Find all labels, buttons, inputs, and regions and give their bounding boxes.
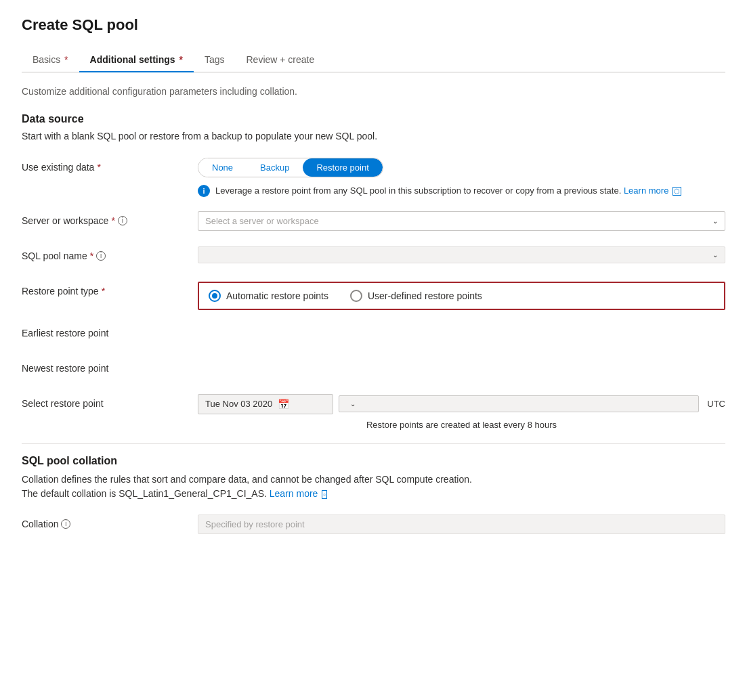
server-workspace-label: Server or workspace * i — [22, 211, 198, 226]
tab-additional-settings[interactable]: Additional settings * — [79, 47, 194, 72]
external-link-icon-2: ▫ — [322, 490, 327, 499]
collation-control: Specified by restore point — [198, 515, 725, 534]
collation-label: Collation i — [22, 515, 198, 529]
calendar-icon: 📅 — [278, 399, 289, 410]
collation-learn-more-link[interactable]: Learn more ▫ — [270, 488, 327, 499]
chevron-down-icon-2: ⌄ — [712, 251, 718, 259]
use-existing-control: None Backup Restore point i Leverage a r… — [198, 158, 725, 198]
select-restore-control: Tue Nov 03 2020 📅 ⌄ UTC Restore points a… — [198, 394, 725, 430]
sql-pool-name-control: ⌄ — [198, 246, 725, 263]
use-existing-data-row: Use existing data * None Backup Restore … — [22, 158, 725, 198]
learn-more-link[interactable]: Learn more ⬡ — [624, 185, 681, 196]
server-workspace-select[interactable]: Select a server or workspace ⌄ — [198, 211, 725, 231]
toggle-restore-point[interactable]: Restore point — [303, 158, 382, 177]
data-source-title: Data source — [22, 113, 725, 125]
toggle-none[interactable]: None — [198, 158, 247, 177]
tab-tags[interactable]: Tags — [194, 47, 236, 72]
newest-restore-label: Newest restore point — [22, 359, 198, 374]
earliest-restore-point-row: Earliest restore point — [22, 324, 725, 345]
radio-user-defined[interactable]: User-defined restore points — [350, 290, 482, 302]
restore-point-type-control: Automatic restore points User-defined re… — [198, 282, 725, 310]
server-workspace-row: Server or workspace * i Select a server … — [22, 211, 725, 233]
page-title: Create SQL pool — [22, 16, 725, 34]
collation-info-icon[interactable]: i — [61, 519, 70, 529]
use-existing-label: Use existing data * — [22, 158, 198, 173]
newest-restore-point-row: Newest restore point — [22, 359, 725, 380]
radio-user-defined-circle — [350, 290, 362, 302]
select-restore-label: Select restore point — [22, 394, 198, 409]
subtitle: Customize additional configuration param… — [22, 86, 725, 97]
server-info-icon[interactable]: i — [118, 216, 127, 225]
time-select[interactable]: ⌄ — [339, 395, 699, 412]
restore-hint: Restore points are created at least ever… — [198, 420, 725, 430]
radio-automatic[interactable]: Automatic restore points — [209, 290, 328, 302]
restore-point-type-label: Restore point type * — [22, 282, 198, 297]
tab-basics[interactable]: Basics * — [22, 47, 79, 72]
restore-info-text: Leverage a restore point from any SQL po… — [215, 184, 681, 198]
collation-desc: Collation defines the rules that sort an… — [22, 473, 725, 501]
chevron-down-icon: ⌄ — [712, 217, 718, 225]
radio-automatic-circle — [209, 290, 221, 302]
toggle-backup[interactable]: Backup — [247, 158, 303, 177]
date-input[interactable]: Tue Nov 03 2020 📅 — [198, 394, 333, 414]
sql-pool-name-select[interactable]: ⌄ — [198, 246, 725, 263]
tab-bar: Basics * Additional settings * Tags Revi… — [22, 47, 725, 72]
data-source-desc: Start with a blank SQL pool or restore f… — [22, 131, 725, 141]
info-icon: i — [198, 185, 210, 197]
restore-point-type-row: Restore point type * Automatic restore p… — [22, 282, 725, 310]
collation-section-title: SQL pool collation — [22, 455, 725, 467]
sql-collation-section: SQL pool collation Collation defines the… — [22, 455, 725, 536]
external-link-icon: ⬡ — [673, 187, 681, 196]
sql-pool-name-row: SQL pool name * i ⌄ — [22, 246, 725, 268]
section-divider — [22, 443, 725, 444]
collation-select[interactable]: Specified by restore point — [198, 515, 725, 534]
data-source-section: Data source Start with a blank SQL pool … — [22, 113, 725, 430]
utc-label: UTC — [707, 399, 725, 409]
toggle-group: None Backup Restore point — [198, 158, 383, 177]
tab-review-create[interactable]: Review + create — [236, 47, 326, 72]
select-restore-point-row: Select restore point Tue Nov 03 2020 📅 ⌄… — [22, 394, 725, 430]
server-workspace-control: Select a server or workspace ⌄ — [198, 211, 725, 231]
restore-point-type-radio-group: Automatic restore points User-defined re… — [198, 282, 725, 310]
collation-row: Collation i Specified by restore point — [22, 515, 725, 536]
earliest-restore-label: Earliest restore point — [22, 324, 198, 338]
sql-pool-name-label: SQL pool name * i — [22, 246, 198, 261]
sql-pool-info-icon[interactable]: i — [96, 251, 106, 261]
restore-info-box: i Leverage a restore point from any SQL … — [198, 184, 725, 198]
chevron-down-icon-time: ⌄ — [350, 400, 356, 408]
